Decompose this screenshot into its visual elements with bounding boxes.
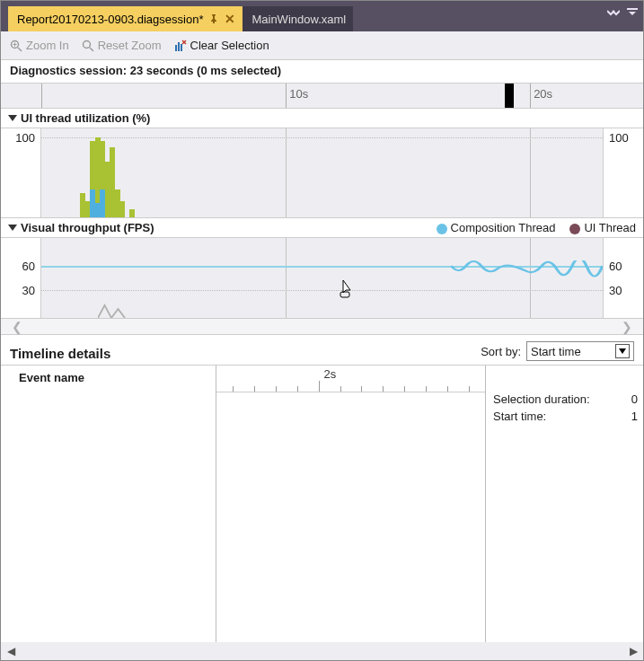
details-title: Timeline details — [10, 346, 110, 361]
tab-bar: Report20170213-0903.diagsession* ✕ MainW… — [1, 1, 643, 31]
event-col-header: Event name — [1, 366, 216, 390]
axis-label: 100 — [15, 130, 35, 144]
svg-rect-7 — [175, 45, 177, 51]
event-timeline-column[interactable]: 2s — [216, 366, 486, 642]
reset-zoom-label: Reset Zoom — [98, 39, 162, 52]
chart-hscroll[interactable]: ❮ ❯ — [1, 319, 643, 335]
cpu-section-header: UI thread utilization (%) — [1, 109, 643, 128]
sort-value: Start time — [531, 345, 581, 358]
legend-comp: Composition Thread — [437, 221, 556, 234]
bottom-scrollbar[interactable]: ◀ ▶ — [1, 642, 643, 660]
scroll-right-icon[interactable]: ▶ — [623, 645, 643, 657]
axis-label: 30 — [22, 283, 35, 296]
svg-point-5 — [83, 40, 90, 48]
ruler-tick-label: 20s — [534, 87, 552, 101]
ruler-tick-label: 10s — [289, 87, 308, 101]
zoom-in-label: Zoom In — [26, 39, 69, 52]
cpu-chart: 100 100 — [1, 128, 643, 218]
axis-label: 30 — [609, 283, 622, 296]
overflow-icon[interactable] — [607, 6, 620, 20]
axis-label: 60 — [22, 260, 35, 273]
axis-label: 60 — [609, 260, 622, 273]
fps-title: Visual throughput (FPS) — [21, 221, 154, 234]
fps-section-header: Visual throughput (FPS) Composition Thre… — [1, 218, 643, 238]
svg-rect-12 — [340, 292, 349, 297]
clear-selection-button[interactable]: Clear Selection — [174, 39, 269, 52]
collapse-icon[interactable] — [8, 225, 17, 231]
scroll-right-icon[interactable]: ❯ — [622, 320, 632, 334]
details-header: Timeline details Sort by: Start time — [1, 335, 643, 366]
svg-rect-9 — [181, 44, 182, 51]
session-label: Diagnostics session: 23 seconds (0 ms se… — [1, 60, 643, 84]
tab-label: MainWindow.xaml — [251, 13, 346, 26]
cpu-plot[interactable] — [41, 128, 603, 217]
tab-mainwindow[interactable]: MainWindow.xaml — [243, 6, 353, 31]
start-value: 1 — [631, 410, 638, 423]
svg-rect-0 — [627, 8, 638, 10]
sort-select[interactable]: Start time — [526, 341, 634, 361]
fps-chart: 60 30 60 30 — [1, 238, 643, 319]
pin-icon[interactable] — [208, 13, 219, 24]
cpu-title: UI thread utilization (%) — [21, 111, 150, 125]
sort-label: Sort by: — [481, 345, 521, 358]
tab-report[interactable]: Report20170213-0903.diagsession* ✕ — [8, 6, 243, 31]
tab-label: Report20170213-0903.diagsession* — [17, 13, 203, 26]
svg-line-6 — [90, 48, 93, 51]
fps-plot[interactable] — [41, 238, 603, 318]
timeline-thumb[interactable] — [505, 84, 514, 108]
dropdown-icon[interactable] — [627, 6, 638, 20]
mini-ruler-label: 2s — [324, 367, 337, 381]
duration-value: 0 — [631, 392, 638, 406]
svg-line-2 — [18, 48, 22, 51]
details-body: Event name 2s Selection duration: 0 Star… — [1, 366, 643, 642]
collapse-icon[interactable] — [8, 115, 17, 121]
scroll-left-icon[interactable]: ◀ — [1, 645, 21, 657]
selection-info: Selection duration: 0 Start time: 1 — [486, 366, 643, 642]
axis-label: 100 — [609, 130, 629, 144]
legend-ui: UI Thread — [569, 221, 636, 234]
chevron-down-icon[interactable] — [615, 344, 630, 358]
scroll-left-icon[interactable]: ❮ — [12, 320, 22, 334]
close-icon[interactable]: ✕ — [225, 12, 235, 26]
toolbar: Zoom In Reset Zoom Clear Selection — [1, 31, 643, 60]
svg-rect-8 — [178, 42, 180, 51]
duration-label: Selection duration: — [493, 392, 590, 406]
zoom-in-button[interactable]: Zoom In — [10, 39, 69, 52]
event-name-column: Event name — [1, 366, 216, 642]
reset-zoom-button[interactable]: Reset Zoom — [82, 39, 162, 52]
timeline-ruler[interactable]: 10s 20s — [1, 84, 643, 109]
start-label: Start time: — [493, 410, 546, 423]
clear-selection-label: Clear Selection — [190, 39, 269, 52]
